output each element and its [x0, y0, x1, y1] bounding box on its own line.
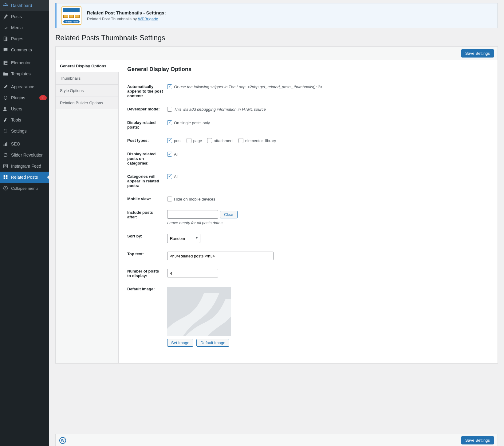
sidebar-item-appearance[interactable]: Appearance: [0, 81, 49, 92]
set-image-button[interactable]: Set Image: [167, 339, 193, 347]
save-settings-bottom-button[interactable]: Save Settings: [461, 436, 494, 444]
sidebar-item-label: Instagram Feed: [11, 164, 47, 169]
sidebar-item-templates[interactable]: Templates: [0, 68, 49, 79]
banner-title: Related Post Thumbnails - Settings:: [87, 10, 166, 15]
post-type-label: elementor_library: [245, 138, 276, 143]
users-icon: [2, 106, 9, 112]
svg-rect-12: [6, 142, 7, 146]
settings-wrap: Save Settings General Display OptionsThu…: [55, 46, 498, 364]
sidebar-item-tools[interactable]: Tools: [0, 114, 49, 125]
plugin-banner-icon: Related Posts: [61, 6, 81, 25]
checkbox-categories-all[interactable]: [167, 152, 172, 157]
panel-heading: General Display Options: [127, 66, 489, 73]
sidebar-item-label: Plugins: [11, 95, 36, 100]
brush-icon: [2, 84, 9, 90]
collapse-label: Collapse menu: [11, 186, 47, 191]
sidebar-item-label: Pages: [11, 36, 47, 41]
include-posts-after-input[interactable]: [167, 210, 218, 219]
wordpress-logo-icon: W: [59, 437, 66, 444]
sidebar-item-seo[interactable]: SEO: [0, 138, 49, 149]
sidebar-item-label: Users: [11, 106, 47, 111]
plug-icon: [2, 95, 9, 101]
sidebar-item-label: Settings: [11, 129, 47, 133]
update-count-badge: 11: [39, 95, 47, 100]
checkbox-auto-append[interactable]: [167, 84, 172, 89]
settings-tabs: General Display OptionsThumbnailsStyle O…: [56, 60, 119, 363]
el-icon: [2, 60, 9, 66]
sidebar-item-label: Slider Revolution: [11, 153, 47, 157]
tab-style-options[interactable]: Style Options: [56, 85, 118, 97]
sidebar-item-comments[interactable]: Comments: [0, 44, 49, 55]
svg-point-14: [5, 165, 6, 167]
checkbox-post-type-page[interactable]: [187, 138, 191, 143]
folder-icon: [2, 71, 9, 77]
row-label-default-img: Default image:: [127, 282, 167, 351]
tab-thumbnails[interactable]: Thumbnails: [56, 72, 118, 85]
sidebar-item-label: Tools: [11, 117, 47, 122]
sidebar-item-label: Elementor: [11, 60, 47, 65]
svg-rect-11: [5, 143, 6, 146]
checkbox-post-type-attachment[interactable]: [207, 138, 212, 143]
sidebar-item-users[interactable]: Users: [0, 103, 49, 114]
svg-rect-4: [5, 62, 7, 63]
sidebar-item-media[interactable]: Media: [0, 22, 49, 33]
default-image-preview: [167, 287, 231, 336]
banner-link[interactable]: WPBrigade: [138, 17, 158, 21]
main-content: Related Posts Related Post Thumbnails - …: [49, 3, 504, 446]
top-text-input[interactable]: [167, 252, 274, 260]
collapse-icon: [2, 185, 9, 191]
post-type-label: page: [193, 138, 202, 143]
row-label-sort: Sort by:: [127, 229, 167, 247]
collapse-menu[interactable]: Collapse menu: [0, 183, 49, 194]
sidebar-item-settings[interactable]: Settings: [0, 125, 49, 137]
row-label-dev: Developer mode:: [127, 102, 167, 116]
checkbox-post-type-elementor_library[interactable]: [238, 138, 243, 143]
row-label-mobile: Mobile view:: [127, 192, 167, 206]
row-label-top-text: Top text:: [127, 247, 167, 265]
svg-point-9: [5, 132, 6, 133]
sidebar-item-dashboard[interactable]: Dashboard: [0, 0, 49, 11]
row-label-post-types: Post types:: [127, 134, 167, 147]
tab-general-display-options[interactable]: General Display Options: [56, 60, 119, 72]
row-label-num: Number of posts to display:: [127, 265, 167, 282]
row-label-include-after: Include posts after:: [127, 206, 167, 229]
sidebar-item-label: Related Posts: [11, 175, 47, 180]
svg-rect-15: [4, 175, 5, 177]
sidebar-item-pages[interactable]: Pages: [0, 33, 49, 44]
sidebar-item-related-posts[interactable]: Related Posts: [0, 172, 49, 183]
insta-icon: [2, 163, 9, 169]
sort-by-select[interactable]: Random: [167, 234, 200, 243]
checkbox-post-type-post[interactable]: [167, 138, 172, 143]
post-type-label: post: [174, 138, 182, 143]
svg-rect-10: [4, 145, 5, 146]
svg-point-8: [6, 131, 7, 132]
sidebar-item-elementor[interactable]: Elementor: [0, 57, 49, 68]
row-label-display: Display related posts:: [127, 116, 167, 134]
svg-rect-17: [4, 177, 5, 179]
sidebar-item-label: Appearance: [11, 84, 47, 89]
save-settings-top-button[interactable]: Save Settings: [461, 49, 494, 58]
checkbox-hide-mobile[interactable]: [167, 197, 172, 201]
row-label-cats: Display related posts on categories:: [127, 147, 167, 170]
sidebar-item-label: Dashboard: [11, 3, 47, 8]
sidebar-item-instagram-feed[interactable]: Instagram Feed: [0, 161, 49, 172]
pin-icon: [2, 14, 9, 20]
sidebar-item-posts[interactable]: Posts: [0, 11, 49, 22]
sidebar-item-label: Media: [11, 25, 47, 30]
sidebar-item-plugins[interactable]: Plugins11: [0, 92, 49, 103]
default-image-button[interactable]: Default Image: [196, 339, 229, 347]
checkbox-cats-appear-all[interactable]: [167, 174, 172, 179]
tab-relation-builder-options[interactable]: Relation Builder Options: [56, 97, 118, 109]
media-icon: [2, 25, 9, 31]
checkbox-developer-mode[interactable]: [167, 107, 172, 112]
banner-subtitle: Related Post Thumbnails by WPBrigade.: [87, 17, 166, 21]
admin-sidebar: DashboardPostsMediaPagesCommentsElemento…: [0, 0, 49, 446]
checkbox-single-posts[interactable]: [167, 120, 172, 125]
clear-date-button[interactable]: Clear: [220, 211, 238, 218]
page-icon: [2, 36, 9, 42]
svg-point-7: [4, 129, 5, 130]
svg-point-19: [4, 186, 8, 190]
tools-icon: [2, 117, 9, 123]
num-posts-input[interactable]: [167, 269, 218, 277]
sidebar-item-slider-revolution[interactable]: Slider Revolution: [0, 149, 49, 161]
